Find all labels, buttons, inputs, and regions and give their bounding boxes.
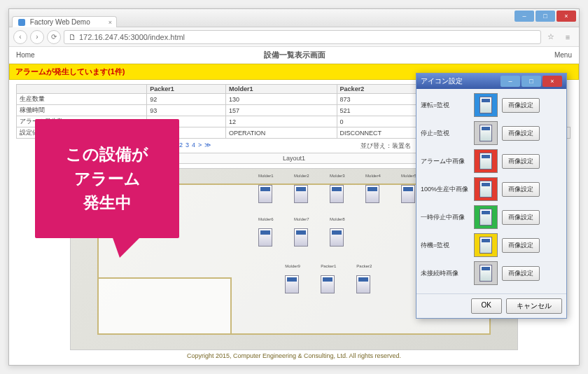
- machine-icon[interactable]: Molder9: [285, 270, 309, 296]
- icon-state-label: 未接続時画像: [421, 269, 470, 278]
- machine-icon[interactable]: Molder2: [294, 179, 318, 206]
- machine-label: Molder5: [401, 174, 416, 178]
- icon-state-label: アラーム中画像: [421, 157, 470, 166]
- image-set-button[interactable]: 画像設定: [502, 210, 540, 225]
- table-cell: 92: [147, 94, 226, 105]
- icon-setting-row: 運転=監視画像設定: [421, 93, 562, 117]
- cancel-button[interactable]: キャンセル: [506, 298, 562, 314]
- machine-label: Molder9: [285, 264, 300, 268]
- url-input[interactable]: 🗋 172.16.247.45:3000/index.html: [64, 30, 541, 44]
- address-bar: ‹ › ⟳ 🗋 172.16.247.45:3000/index.html ☆ …: [9, 27, 579, 47]
- image-set-button[interactable]: 画像設定: [502, 238, 540, 253]
- icon-setting-row: 100%生産中画像画像設定: [421, 177, 562, 201]
- callout-text: この設備がアラーム発生中: [66, 142, 148, 215]
- machine-icon[interactable]: Molder4: [365, 179, 389, 206]
- favicon-icon: [18, 19, 25, 26]
- pager-item[interactable]: ≫: [204, 141, 211, 148]
- table-cell: 130: [225, 94, 337, 105]
- row-label: 生産数量: [17, 94, 147, 105]
- pager-item[interactable]: 2: [179, 141, 183, 148]
- copyright-footer: Copyright 2015, Computer Engineering & C…: [9, 349, 579, 362]
- row-label: 稼働時間: [17, 105, 147, 116]
- close-button[interactable]: ×: [556, 11, 576, 22]
- table-cell: 12: [225, 116, 337, 127]
- icon-state-label: 運転=監視: [421, 101, 470, 110]
- icon-state-label: 停止=監視: [421, 129, 470, 138]
- minimize-button[interactable]: –: [514, 11, 534, 22]
- table-cell: 93: [147, 105, 226, 116]
- icon-preview: [474, 205, 498, 229]
- icon-state-label: 100%生産中画像: [421, 185, 470, 194]
- image-set-button[interactable]: 画像設定: [502, 154, 540, 169]
- page-header: Home 設備一覧表示画面 Menu: [9, 47, 579, 64]
- machine-label: Molder6: [258, 217, 274, 221]
- machine-label: Molder4: [365, 174, 381, 178]
- dialog-title: アイコン設定: [421, 76, 463, 86]
- icon-preview: [474, 93, 498, 117]
- machine-icon[interactable]: Molder6: [258, 223, 282, 249]
- machine-label: Packer1: [321, 264, 336, 268]
- machine-label: Molder7: [294, 217, 309, 221]
- machine-icon[interactable]: Packer1: [321, 270, 344, 296]
- dialog-footer: OK キャンセル: [416, 293, 566, 318]
- pager-item[interactable]: 4: [192, 141, 195, 148]
- icon-preview: [474, 121, 498, 145]
- image-set-button[interactable]: 画像設定: [502, 98, 540, 113]
- icon-state-label: 一時停止中画像: [421, 213, 470, 222]
- icon-preview: [474, 149, 498, 173]
- dialog-close-button[interactable]: ×: [542, 76, 562, 87]
- machine-icon[interactable]: Molder3: [330, 179, 354, 206]
- alarm-callout: この設備がアラーム発生中: [35, 119, 179, 238]
- icon-settings-dialog: アイコン設定 – □ × 運転=監視画像設定停止=監視画像設定アラーム中画像画像…: [416, 73, 567, 319]
- icon-setting-row: アラーム中画像画像設定: [421, 149, 562, 173]
- table-cell: OPERATION: [225, 127, 337, 139]
- dialog-minimize-button[interactable]: –: [500, 76, 520, 87]
- image-set-button[interactable]: 画像設定: [502, 126, 540, 141]
- dialog-maximize-button[interactable]: □: [522, 76, 541, 87]
- ok-button[interactable]: OK: [471, 298, 502, 314]
- machine-icon[interactable]: Molder8: [330, 223, 354, 249]
- dialog-titlebar[interactable]: アイコン設定 – □ ×: [416, 74, 566, 89]
- browser-tab[interactable]: Factory Web Demo ×: [12, 16, 117, 27]
- menu-icon[interactable]: ≡: [561, 33, 575, 41]
- icon-setting-row: 停止=監視画像設定: [421, 121, 562, 145]
- tab-title: Factory Web Demo: [30, 18, 90, 26]
- machine-icon[interactable]: Molder7: [294, 223, 318, 249]
- machine-label: Molder2: [294, 174, 309, 178]
- back-button[interactable]: ‹: [13, 30, 27, 44]
- machine-label: Molder8: [330, 217, 345, 221]
- table-header: Molder1: [225, 85, 337, 94]
- page-title: 設備一覧表示画面: [264, 50, 326, 60]
- icon-setting-row: 一時停止中画像画像設定: [421, 205, 562, 229]
- tab-close-icon[interactable]: ×: [108, 19, 112, 26]
- table-cell: 157: [225, 105, 337, 116]
- sort-label[interactable]: 並び替え：装置名: [360, 141, 411, 151]
- pager-item[interactable]: >: [198, 141, 202, 148]
- machine-icon[interactable]: Packer2: [356, 270, 380, 296]
- machine-label: Molder3: [330, 174, 345, 178]
- dialog-body: 運転=監視画像設定停止=監視画像設定アラーム中画像画像設定100%生産中画像画像…: [416, 89, 566, 293]
- machine-label: Molder1: [258, 174, 274, 178]
- image-set-button[interactable]: 画像設定: [502, 182, 540, 197]
- window-controls: – □ ×: [514, 11, 576, 22]
- home-link[interactable]: Home: [16, 51, 35, 59]
- machine-icon[interactable]: Molder1: [258, 179, 282, 206]
- table-header: [17, 85, 147, 94]
- icon-state-label: 待機=監視: [421, 241, 470, 250]
- layout-selector[interactable]: Layout1: [154, 153, 434, 164]
- icon-preview: [474, 233, 498, 257]
- menu-link[interactable]: Menu: [554, 51, 572, 59]
- icon-setting-row: 未接続時画像画像設定: [421, 261, 562, 285]
- url-text: 172.16.247.45:3000/index.html: [79, 33, 185, 41]
- bookmark-icon[interactable]: ☆: [544, 32, 558, 41]
- maximize-button[interactable]: □: [536, 11, 555, 22]
- titlebar: Factory Web Demo × – □ ×: [9, 9, 579, 27]
- reload-button[interactable]: ⟳: [47, 30, 61, 44]
- icon-preview: [474, 177, 498, 201]
- pager-item[interactable]: 3: [186, 141, 189, 148]
- icon-setting-row: 待機=監視画像設定: [421, 233, 562, 257]
- machine-label: Packer2: [356, 264, 372, 268]
- icon-preview: [474, 261, 498, 285]
- image-set-button[interactable]: 画像設定: [502, 266, 540, 281]
- forward-button[interactable]: ›: [30, 30, 44, 44]
